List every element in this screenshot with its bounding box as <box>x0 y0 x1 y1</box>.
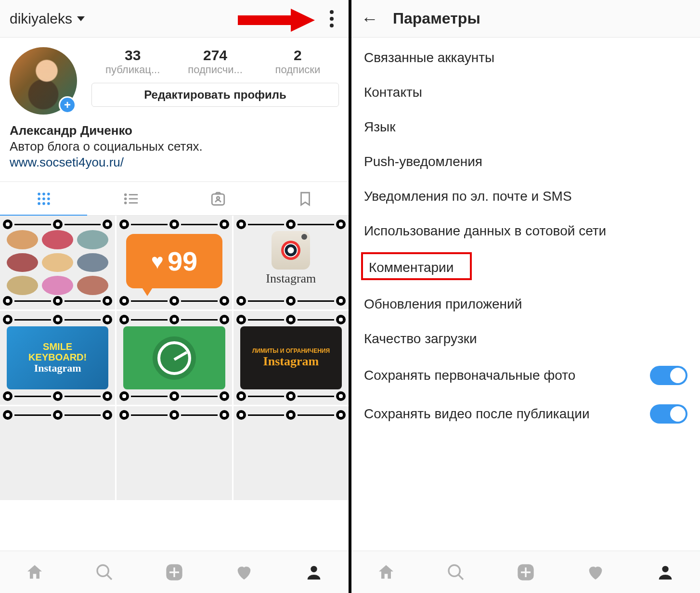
post-thumbnail[interactable] <box>233 406 349 500</box>
svg-point-9 <box>42 202 45 205</box>
stat-followers-label: подписчи... <box>179 64 251 76</box>
svg-point-11 <box>125 194 126 195</box>
bottom-nav <box>0 551 349 593</box>
nav-home[interactable] <box>0 551 70 593</box>
person-icon <box>656 563 675 582</box>
svg-point-30 <box>662 566 668 572</box>
stat-posts[interactable]: 33 публикац... <box>91 47 174 76</box>
tab-saved[interactable] <box>261 182 349 215</box>
nav-profile[interactable] <box>279 551 349 593</box>
profile-screen: dikiyaleks + 33 публикац... <box>0 0 349 593</box>
post-text: KEYBOARD! <box>28 352 87 362</box>
settings-title: Параметры <box>393 10 480 27</box>
posts-grid: ♥99 Instagram SMILEKEYBOARD!Instagram ЛИ… <box>0 216 349 551</box>
nav-activity[interactable] <box>560 551 630 593</box>
setting-email-sms[interactable]: Уведомления по эл. почте и SMS <box>351 179 700 214</box>
annotation-arrow-icon <box>238 9 315 32</box>
profile-topbar: dikiyaleks <box>0 0 349 38</box>
nav-profile[interactable] <box>630 551 700 593</box>
setting-comments[interactable]: Комментарии <box>351 248 700 287</box>
bio-name: Александр Диченко <box>10 123 339 138</box>
setting-save-video-after-post[interactable]: Сохранять видео после публикации <box>351 395 700 433</box>
avatar-container[interactable]: + <box>10 47 77 115</box>
tab-grid[interactable] <box>0 182 87 215</box>
stat-followers[interactable]: 274 подписчи... <box>174 47 256 76</box>
stat-following[interactable]: 2 подписки <box>257 47 339 76</box>
bottom-nav <box>351 551 700 593</box>
nav-home[interactable] <box>351 551 421 593</box>
svg-point-24 <box>311 566 317 572</box>
back-button[interactable]: ← <box>361 9 378 29</box>
nav-search[interactable] <box>421 551 491 593</box>
post-thumbnail[interactable]: SMILEKEYBOARD!Instagram <box>0 311 115 405</box>
svg-point-19 <box>97 565 108 576</box>
nav-activity[interactable] <box>209 551 279 593</box>
post-thumbnail[interactable] <box>0 406 115 500</box>
setting-contacts[interactable]: Контакты <box>351 75 700 110</box>
bookmark-icon <box>297 191 313 207</box>
setting-save-original-photo[interactable]: Сохранять первоначальные фото <box>351 356 700 395</box>
post-thumbnail[interactable] <box>117 406 232 500</box>
svg-line-20 <box>107 575 112 580</box>
clock-icon <box>153 336 196 380</box>
post-thumbnail[interactable] <box>0 216 115 309</box>
search-icon <box>446 563 466 582</box>
stat-posts-label: публикац... <box>97 64 169 76</box>
overflow-menu-button[interactable] <box>324 9 339 28</box>
settings-screen: ← Параметры Связанные аккаунты Контакты … <box>351 0 700 593</box>
stat-followers-count: 274 <box>174 47 256 64</box>
post-thumbnail[interactable]: Instagram <box>233 216 349 309</box>
setting-app-updates[interactable]: Обновления приложений <box>351 287 700 322</box>
heart-icon: ♥ <box>151 249 164 273</box>
svg-point-10 <box>47 202 50 205</box>
svg-point-7 <box>47 197 50 200</box>
setting-label: Сохранять первоначальные фото <box>364 368 650 383</box>
toggle-switch[interactable] <box>650 404 687 424</box>
svg-point-5 <box>38 197 40 200</box>
nav-create[interactable] <box>140 551 209 593</box>
nav-create[interactable] <box>491 551 561 593</box>
post-thumbnail[interactable] <box>117 311 232 405</box>
setting-cellular[interactable]: Использование данных в сотовой сети <box>351 214 700 248</box>
post-thumbnail[interactable]: ♥99 <box>117 216 232 309</box>
profile-tabs <box>0 182 349 216</box>
add-story-button[interactable]: + <box>59 96 76 114</box>
stat-following-label: подписки <box>261 64 334 76</box>
post-likes-count: 99 <box>168 245 197 277</box>
list-icon <box>123 191 139 207</box>
setting-push[interactable]: Push-уведомления <box>351 144 700 179</box>
setting-language[interactable]: Язык <box>351 110 700 144</box>
post-thumbnail[interactable]: ЛИМИТЫ И ОГРАНИЧЕНИЯInstagram <box>233 311 349 405</box>
post-text: ЛИМИТЫ И ОГРАНИЧЕНИЯ <box>252 348 330 354</box>
bio-link[interactable]: www.socseti4you.ru/ <box>10 155 339 170</box>
svg-point-3 <box>42 193 45 195</box>
setting-label: Уведомления по эл. почте и SMS <box>364 189 687 204</box>
nav-search[interactable] <box>70 551 140 593</box>
svg-point-6 <box>42 197 45 200</box>
home-icon <box>376 563 396 582</box>
svg-line-26 <box>458 575 463 580</box>
username-switcher[interactable]: dikiyaleks <box>10 11 85 27</box>
settings-list[interactable]: Связанные аккаунты Контакты Язык Push-ув… <box>351 38 700 551</box>
svg-point-18 <box>217 196 220 199</box>
grid-icon <box>36 191 52 207</box>
tab-list[interactable] <box>87 182 174 215</box>
edit-profile-button[interactable]: Редактировать профиль <box>91 83 339 107</box>
setting-upload-quality[interactable]: Качество загрузки <box>351 322 700 356</box>
plus-box-icon <box>516 563 535 582</box>
svg-rect-0 <box>238 15 291 25</box>
svg-point-15 <box>125 202 126 204</box>
setting-label: Контакты <box>364 85 687 100</box>
caret-down-icon <box>77 16 85 21</box>
setting-linked-accounts[interactable]: Связанные аккаунты <box>351 40 700 75</box>
setting-label: Связанные аккаунты <box>364 50 687 65</box>
home-icon <box>25 563 44 582</box>
svg-rect-23 <box>169 571 179 573</box>
person-icon <box>304 563 324 582</box>
search-icon <box>95 563 114 582</box>
toggle-switch[interactable] <box>650 366 687 385</box>
svg-point-2 <box>38 193 40 195</box>
tab-tagged[interactable] <box>174 182 261 215</box>
svg-point-8 <box>38 202 40 205</box>
svg-point-25 <box>449 565 460 576</box>
